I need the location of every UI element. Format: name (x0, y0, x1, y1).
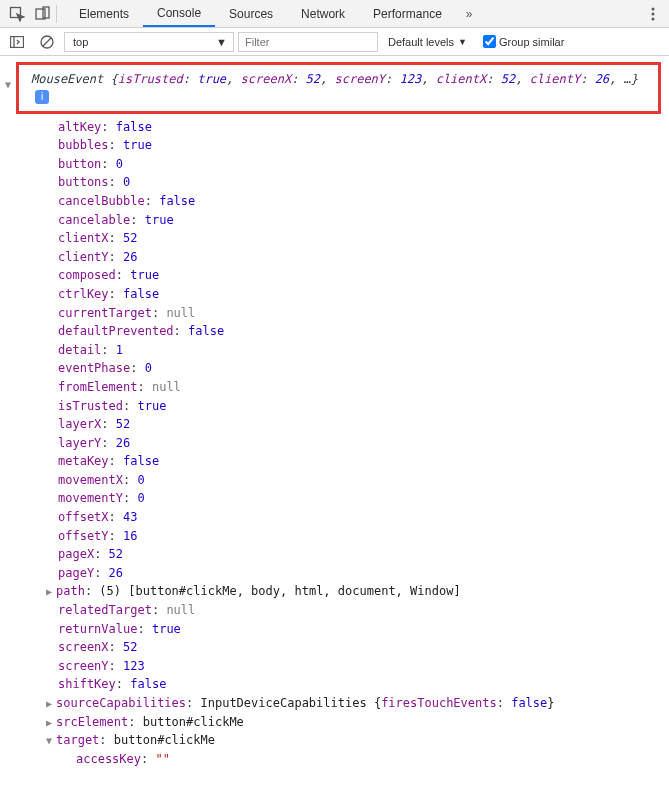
svg-point-5 (652, 17, 655, 20)
property-row[interactable]: cancelBubble: false (58, 192, 669, 211)
context-select[interactable]: top ▼ (64, 32, 234, 52)
property-row[interactable]: currentTarget: null (58, 304, 669, 323)
toggle-sidebar-icon[interactable] (4, 29, 30, 55)
property-row[interactable]: accessKey: "" (76, 750, 669, 769)
expand-arrow-icon[interactable]: ▶ (46, 696, 56, 712)
expand-arrow-icon[interactable]: ▶ (46, 715, 56, 731)
kebab-menu-icon[interactable] (641, 7, 665, 21)
property-row[interactable]: pageX: 52 (58, 545, 669, 564)
group-similar-checkbox[interactable]: Group similar (483, 35, 564, 48)
property-row[interactable]: shiftKey: false (58, 675, 669, 694)
tab-elements[interactable]: Elements (65, 0, 143, 27)
panel-tabs: Elements Console Sources Network Perform… (65, 0, 641, 27)
filter-input[interactable] (238, 32, 378, 52)
inspect-icon[interactable] (4, 1, 30, 27)
clear-console-icon[interactable] (34, 29, 60, 55)
property-row[interactable]: ctrlKey: false (58, 285, 669, 304)
svg-point-3 (652, 7, 655, 10)
info-badge-icon[interactable]: i (35, 90, 49, 104)
property-row[interactable]: movementX: 0 (58, 471, 669, 490)
property-row[interactable]: clientX: 52 (58, 229, 669, 248)
property-row[interactable]: buttons: 0 (58, 173, 669, 192)
property-row[interactable]: layerY: 26 (58, 434, 669, 453)
expand-arrow-icon[interactable]: ▶ (46, 584, 56, 600)
collapse-arrow-icon[interactable]: ▼ (46, 733, 56, 749)
dropdown-icon: ▼ (458, 37, 467, 47)
property-row[interactable]: isTrusted: true (58, 397, 669, 416)
svg-rect-6 (11, 36, 24, 47)
property-row[interactable]: clientY: 26 (58, 248, 669, 267)
property-row[interactable]: returnValue: true (58, 620, 669, 639)
property-row-srcelement[interactable]: ▶srcElement: button#clickMe (58, 713, 669, 732)
property-row[interactable]: altKey: false (58, 118, 669, 137)
property-row[interactable]: metaKey: false (58, 452, 669, 471)
tab-network[interactable]: Network (287, 0, 359, 27)
highlighted-log-entry: ▼ MouseEvent {isTrusted: true, screenX: … (16, 62, 661, 114)
collapse-arrow-icon[interactable]: ▼ (5, 79, 11, 90)
property-row[interactable]: bubbles: true (58, 136, 669, 155)
property-row[interactable]: cancelable: true (58, 211, 669, 230)
console-filterbar: top ▼ Default levels ▼ Group similar (0, 28, 669, 56)
property-row-target[interactable]: ▼target: button#clickMe (58, 731, 669, 750)
svg-line-9 (43, 38, 51, 46)
property-row[interactable]: layerX: 52 (58, 415, 669, 434)
property-row[interactable]: offsetY: 16 (58, 527, 669, 546)
property-row[interactable]: screenX: 52 (58, 638, 669, 657)
tab-sources[interactable]: Sources (215, 0, 287, 27)
property-row[interactable]: movementY: 0 (58, 489, 669, 508)
property-row-sourcecaps[interactable]: ▶sourceCapabilities: InputDeviceCapabili… (58, 694, 669, 713)
context-value: top (73, 36, 88, 48)
property-row[interactable]: eventPhase: 0 (58, 359, 669, 378)
device-toggle-icon[interactable] (30, 1, 56, 27)
property-row[interactable]: screenY: 123 (58, 657, 669, 676)
tab-console[interactable]: Console (143, 0, 215, 27)
property-row[interactable]: composed: true (58, 266, 669, 285)
more-tabs-button[interactable]: » (456, 0, 483, 27)
property-row[interactable]: button: 0 (58, 155, 669, 174)
console-output: ▼ MouseEvent {isTrusted: true, screenX: … (0, 56, 669, 770)
dropdown-icon: ▼ (216, 36, 227, 48)
svg-point-4 (652, 12, 655, 15)
property-row[interactable]: pageY: 26 (58, 564, 669, 583)
tab-performance[interactable]: Performance (359, 0, 456, 27)
property-row-path[interactable]: ▶path: (5) [button#clickMe, body, html, … (58, 582, 669, 601)
property-row[interactable]: relatedTarget: null (58, 601, 669, 620)
object-summary[interactable]: MouseEvent {isTrusted: true, screenX: 52… (23, 71, 654, 105)
object-properties: altKey: falsebubbles: truebutton: 0butto… (0, 118, 669, 769)
divider (56, 5, 57, 23)
property-row[interactable]: detail: 1 (58, 341, 669, 360)
property-row[interactable]: offsetX: 43 (58, 508, 669, 527)
group-similar-input[interactable] (483, 35, 496, 48)
log-levels-select[interactable]: Default levels ▼ (382, 36, 473, 48)
devtools-toolbar: Elements Console Sources Network Perform… (0, 0, 669, 28)
property-row[interactable]: fromElement: null (58, 378, 669, 397)
property-row[interactable]: defaultPrevented: false (58, 322, 669, 341)
